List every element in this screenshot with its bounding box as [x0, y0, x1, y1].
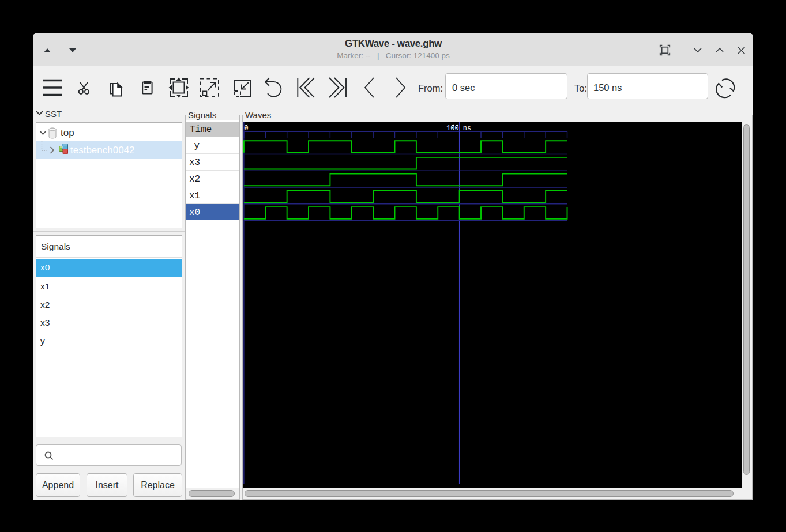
- svg-text:100 ns: 100 ns: [446, 124, 471, 133]
- svg-text:0: 0: [244, 124, 249, 133]
